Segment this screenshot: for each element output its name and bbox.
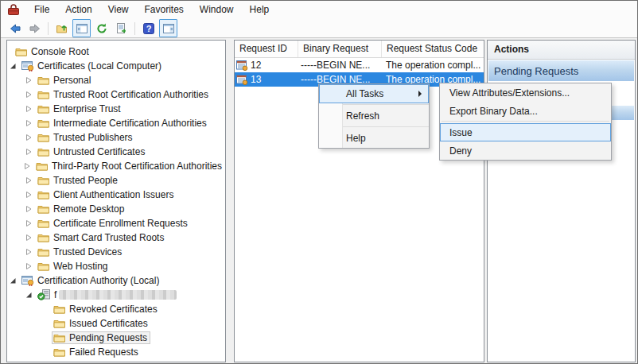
expander-collapsed-icon[interactable]: [25, 105, 36, 113]
request-id: 12: [251, 60, 261, 71]
menu-item-label: View Attributes/Extensions...: [449, 87, 570, 99]
tree-item-label: Intermediate Certification Authorities: [53, 118, 207, 129]
tree-item-failed-requests[interactable]: Failed Requests: [7, 345, 225, 359]
menu-item-label: Help: [346, 133, 366, 144]
expander-expanded-icon[interactable]: [25, 291, 36, 299]
back-arrow-icon: [9, 22, 21, 35]
tree-item-intermediate-certification-authorities[interactable]: Intermediate Certification Authorities: [7, 116, 225, 130]
menu-view[interactable]: View: [100, 1, 137, 19]
mmc-window: FileActionViewFavoritesWindowHelp ? Cons…: [0, 0, 638, 364]
tree-item-revoked-certificates[interactable]: Revoked Certificates: [7, 302, 225, 316]
actions-section-pending-requests[interactable]: Pending Requests: [488, 60, 634, 81]
tree-item-issued-certificates[interactable]: Issued Certificates: [7, 316, 225, 331]
tree-node: Console Root: [14, 45, 92, 58]
expander-collapsed-icon[interactable]: [25, 76, 36, 84]
actions-section-label: Pending Requests: [494, 65, 578, 77]
menu-window[interactable]: Window: [192, 1, 242, 19]
tree-item-trusted-publishers[interactable]: Trusted Publishers: [7, 130, 225, 145]
expander-collapsed-icon[interactable]: [25, 205, 36, 213]
toolbar-separator: [134, 22, 135, 35]
submenu-item-export-binary-data[interactable]: Export Binary Data...: [440, 102, 611, 120]
pending-request-icon: [236, 74, 248, 85]
expander-collapsed-icon[interactable]: [25, 248, 36, 256]
tree-item-untrusted-certificates[interactable]: Untrusted Certificates: [7, 145, 225, 159]
tree-item-pending-requests[interactable]: Pending Requests: [7, 331, 225, 345]
redacted-ca-name: [59, 290, 177, 300]
toolbar-separator: [48, 22, 49, 35]
refresh-icon: [95, 22, 108, 35]
expander-expanded-icon[interactable]: [10, 277, 20, 285]
expander-collapsed-icon[interactable]: [24, 162, 34, 170]
context-menu-item-all-tasks[interactable]: All Tasks: [319, 84, 429, 103]
expander-collapsed-icon[interactable]: [25, 262, 36, 270]
submenu-item-deny[interactable]: Deny: [440, 141, 611, 160]
context-menu: All TasksRefreshHelp: [318, 83, 430, 149]
folder-icon: [37, 203, 50, 215]
menu-action[interactable]: Action: [57, 1, 99, 19]
expander-collapsed-icon[interactable]: [25, 191, 36, 199]
tree-item-certificates-local-computer[interactable]: Certificates (Local Computer): [7, 59, 225, 73]
mmc-console-icon: [7, 4, 20, 17]
menu-item-label: Deny: [449, 145, 472, 157]
expander-collapsed-icon[interactable]: [25, 134, 36, 141]
help-button[interactable]: ?: [139, 19, 158, 37]
tree-node: Client Authentication Issuers: [36, 188, 177, 201]
folder-icon: [53, 332, 66, 343]
up-one-level-icon: [56, 22, 68, 35]
menu-file[interactable]: File: [26, 1, 57, 19]
column-header-binary-request[interactable]: Binary Request: [298, 41, 382, 57]
tree-item-personal[interactable]: Personal: [7, 73, 225, 87]
folder-icon: [37, 132, 50, 143]
cert-store-icon: [21, 60, 34, 72]
folder-icon: [37, 146, 50, 157]
tree-node: Intermediate Certification Authorities: [36, 117, 210, 130]
menu-help[interactable]: Help: [242, 1, 278, 19]
expander-collapsed-icon[interactable]: [25, 119, 36, 127]
tree-item-f[interactable]: f: [7, 288, 225, 302]
column-header-request-id[interactable]: Request ID: [235, 41, 298, 57]
back-button[interactable]: [6, 19, 24, 37]
tree-item-client-authentication-issuers[interactable]: Client Authentication Issuers: [7, 188, 225, 202]
tree-item-certificate-enrollment-requests[interactable]: Certificate Enrollment Requests: [7, 216, 225, 230]
tree-node: Failed Requests: [52, 346, 142, 358]
tree-item-remote-desktop[interactable]: Remote Desktop: [7, 202, 225, 216]
forward-button[interactable]: [25, 19, 44, 37]
expander-collapsed-icon[interactable]: [25, 176, 36, 184]
tree-item-label: Revoked Certificates: [69, 304, 158, 315]
tree-item-label: Remote Desktop: [53, 203, 124, 215]
column-header-request-status-code[interactable]: Request Status Code: [382, 41, 484, 57]
expander-collapsed-icon[interactable]: [25, 234, 36, 242]
tree-node: Smart Card Trusted Roots: [36, 231, 167, 244]
tree-item-trusted-root-certification-authorities[interactable]: Trusted Root Certification Authorities: [7, 87, 225, 102]
folder-icon: [37, 218, 50, 229]
expander-expanded-icon[interactable]: [10, 62, 20, 70]
tree-item-certification-authority-local[interactable]: Certification Authority (Local): [7, 273, 225, 288]
export-list-button[interactable]: [112, 19, 130, 37]
expander-collapsed-icon[interactable]: [25, 91, 36, 99]
tree-item-web-hosting[interactable]: Web Hosting: [7, 259, 225, 273]
tree-item-smart-card-trusted-roots[interactable]: Smart Card Trusted Roots: [7, 230, 225, 245]
tree-item-label: Pending Requests: [69, 332, 147, 343]
tree-item-trusted-people[interactable]: Trusted People: [7, 173, 225, 188]
tree-item-label: Trusted Publishers: [53, 132, 133, 143]
show-action-pane-toggle[interactable]: [159, 19, 177, 37]
tree-node: Revoked Certificates: [52, 303, 161, 316]
submenu-item-view-attributes-extensions[interactable]: View Attributes/Extensions...: [440, 83, 611, 102]
request-row-12[interactable]: 12-----BEGIN NE...The operation compl...: [235, 58, 484, 72]
tree-item-third-party-root-certification-authorities[interactable]: Third-Party Root Certification Authoriti…: [7, 159, 225, 173]
context-menu-item-help[interactable]: Help: [319, 129, 429, 148]
submenu-item-issue[interactable]: Issue: [440, 123, 611, 141]
tree-item-enterprise-trust[interactable]: Enterprise Trust: [7, 102, 225, 116]
folder-icon: [36, 161, 49, 172]
expander-collapsed-icon[interactable]: [25, 148, 36, 156]
tree-node: Certification Authority (Local): [20, 274, 162, 287]
up-one-level-button[interactable]: [53, 19, 71, 37]
refresh-button[interactable]: [92, 19, 111, 37]
tree-item-console-root[interactable]: Console Root: [7, 45, 225, 59]
tree-node: Personal: [36, 74, 94, 87]
menu-favorites[interactable]: Favorites: [137, 1, 192, 19]
context-menu-item-refresh[interactable]: Refresh: [319, 106, 429, 126]
expander-collapsed-icon[interactable]: [25, 219, 36, 227]
tree-item-trusted-devices[interactable]: Trusted Devices: [7, 245, 225, 259]
show-console-tree-toggle[interactable]: [72, 19, 91, 37]
